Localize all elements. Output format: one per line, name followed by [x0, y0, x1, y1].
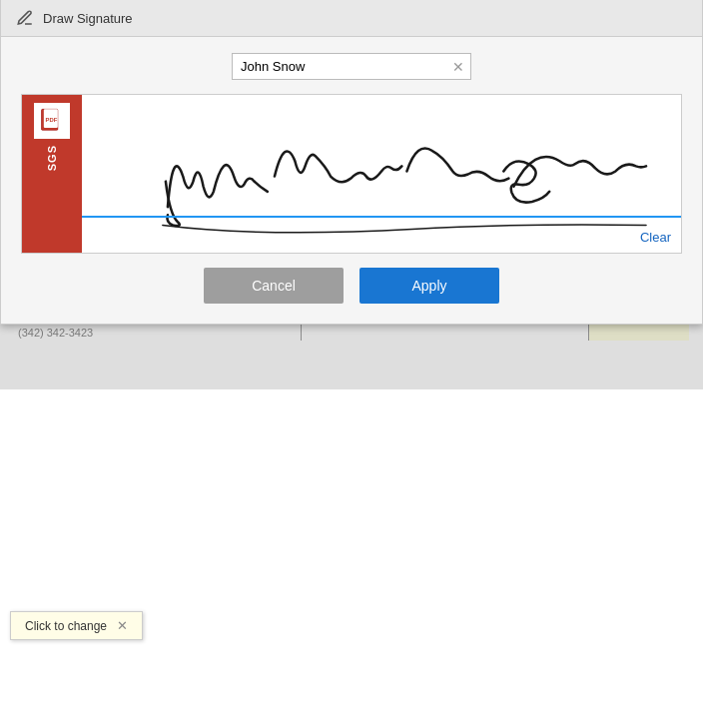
name-input-row: ✕ — [21, 53, 682, 80]
sig-tab-label: SGS — [46, 145, 58, 171]
modal-titlebar: Draw Signature — [1, 0, 702, 37]
modal-dialog: Draw Signature ✕ PDF — [0, 0, 703, 325]
sig-clear-button[interactable]: Clear — [640, 230, 671, 245]
pdf-file-icon: PDF — [38, 107, 66, 135]
name-input-wrapper: ✕ — [232, 53, 471, 80]
click-to-change-text: Click to change — [25, 619, 107, 633]
pencil-icon — [16, 9, 34, 27]
click-popup-close-button[interactable]: ✕ — [117, 618, 128, 633]
signature-svg — [82, 95, 681, 253]
modal-buttons: Cancel Apply — [204, 268, 499, 304]
sig-baseline — [82, 216, 681, 218]
click-to-change-popup[interactable]: Click to change ✕ — [10, 611, 143, 640]
signature-canvas-area[interactable]: PDF SGS — [21, 94, 682, 254]
sig-left-tab: PDF SGS — [22, 95, 82, 253]
modal-body: ✕ PDF SGS — [1, 37, 702, 324]
modal-title-text: Draw Signature — [43, 11, 133, 26]
modal-overlay: Draw Signature ✕ PDF — [0, 0, 703, 389]
name-input-field[interactable] — [232, 53, 471, 80]
pdf-icon: PDF — [34, 103, 70, 139]
cancel-button[interactable]: Cancel — [204, 268, 344, 304]
svg-text:PDF: PDF — [46, 117, 58, 123]
sig-canvas-container[interactable]: Clear — [82, 95, 681, 253]
draw-signature-icon — [15, 8, 35, 28]
name-clear-button[interactable]: ✕ — [450, 60, 466, 74]
apply-button[interactable]: Apply — [359, 268, 499, 304]
